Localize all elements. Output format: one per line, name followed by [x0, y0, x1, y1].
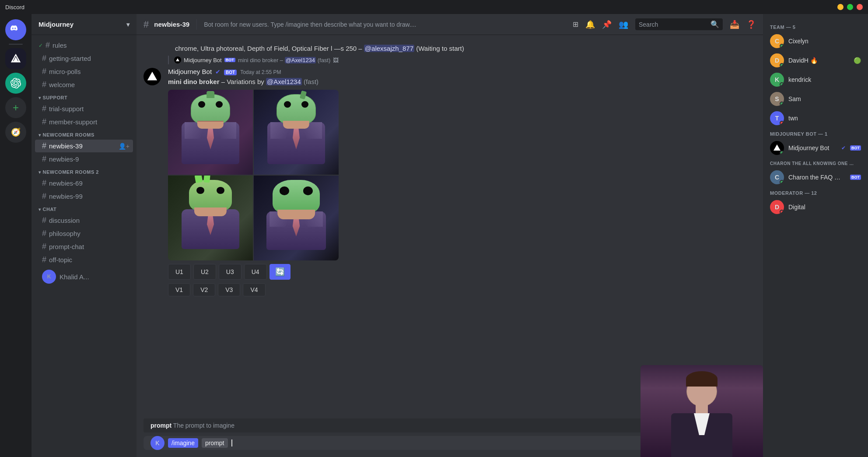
- header-icons: ⊞ 🔔 📌 👥 Search 🔍 📥 ❓: [573, 18, 756, 30]
- members-sidebar: TEAM — 5 C Cixelyn D DavidH 🔥 🟢 K kendri…: [763, 14, 868, 457]
- status-indicator: [780, 102, 784, 106]
- message-timestamp: Today at 2:55 PM: [240, 69, 281, 75]
- channel-item-member-support[interactable]: # member-support: [35, 116, 133, 128]
- channel-name: trial-support: [49, 105, 130, 112]
- member-sam[interactable]: S Sam: [766, 89, 864, 109]
- speed-badge: (fast): [304, 78, 318, 85]
- channel-name: Khalid A...: [60, 273, 130, 281]
- category-newcomer-rooms[interactable]: ▾ NEWCOMER ROOMS: [32, 129, 136, 139]
- status-indicator: [780, 151, 784, 155]
- maximize-button[interactable]: [847, 4, 853, 10]
- channel-item-khalid[interactable]: K Khalid A...: [35, 268, 133, 285]
- titlebar-title: Discord: [5, 4, 24, 11]
- server-header[interactable]: Midjourney ▾: [32, 14, 136, 35]
- add-server-button[interactable]: +: [5, 97, 26, 118]
- channel-item-rules[interactable]: ✓ # rules: [35, 39, 133, 52]
- channel-item-prompt-chat[interactable]: # prompt-chat: [35, 240, 133, 253]
- collapse-icon: ▾: [38, 95, 41, 100]
- server-midjourney[interactable]: [5, 48, 26, 69]
- channel-item-off-topic[interactable]: # off-topic: [35, 253, 133, 266]
- image-grid: [168, 90, 339, 260]
- u2-button[interactable]: U2: [193, 264, 216, 280]
- channel-item-micro-polls[interactable]: # micro-polls: [35, 65, 133, 78]
- member-avatar-mj-bot: [770, 141, 784, 155]
- u4-button[interactable]: U4: [244, 264, 267, 280]
- verified-badge: ✔: [841, 145, 846, 151]
- channel-name: member-support: [49, 118, 130, 126]
- u3-button[interactable]: U3: [219, 264, 242, 280]
- member-digital[interactable]: D Digital: [766, 197, 864, 217]
- action-buttons: U1 U2 U3 U4 🔄: [168, 264, 756, 280]
- category-newcomer-rooms-2[interactable]: ▾ NEWCOMER ROOMS 2: [32, 166, 136, 176]
- titlebar-controls: [837, 4, 863, 10]
- members-icon[interactable]: 👥: [619, 20, 628, 29]
- hash-icon: #: [42, 155, 46, 164]
- channel-item-trial-support[interactable]: # trial-support: [35, 102, 133, 115]
- channel-item-newbies-9[interactable]: # newbies-9: [35, 153, 133, 165]
- prompt-hint-description: The prompt to imagine: [173, 422, 234, 429]
- member-charon[interactable]: C Charon the FAQ … BOT: [766, 168, 864, 187]
- collapse-icon: ▾: [38, 207, 41, 212]
- mention: @Axel1234: [266, 78, 302, 85]
- message-spacer: [144, 44, 168, 53]
- status-indicator: [780, 180, 784, 184]
- prompt-input-highlight[interactable]: prompt: [202, 438, 228, 448]
- channel-name: newbies-99: [49, 193, 130, 200]
- notification-icon[interactable]: 🔔: [585, 20, 595, 29]
- verified-icon: ✔: [215, 68, 220, 75]
- server-openai[interactable]: [5, 73, 26, 94]
- messages-area: chrome, Ultra photoreal, Depth of Field,…: [136, 35, 763, 415]
- member-kendrick[interactable]: K kendrick: [766, 70, 864, 89]
- help-icon[interactable]: ❓: [746, 20, 756, 29]
- member-twn[interactable]: T twn: [766, 109, 864, 128]
- hash-icon: #: [42, 104, 46, 113]
- search-icon: 🔍: [710, 20, 719, 28]
- member-name-kendrick: kendrick: [788, 76, 861, 83]
- category-support[interactable]: ▾ SUPPORT: [32, 91, 136, 102]
- channel-item-discussion[interactable]: # discussion: [35, 214, 133, 227]
- channel-hash-icon: #: [144, 19, 149, 30]
- slash-command[interactable]: /imagine: [168, 438, 198, 448]
- hash-icon: #: [42, 80, 46, 89]
- search-bar[interactable]: Search 🔍: [635, 18, 723, 30]
- channel-item-getting-started[interactable]: # getting-started: [35, 52, 133, 65]
- ref-line: [168, 56, 169, 64]
- channel-item-welcome[interactable]: # welcome: [35, 78, 133, 91]
- member-name-mj-bot: Midjourney Bot: [788, 144, 837, 151]
- channel-item-newbies-39[interactable]: # newbies-39 👤+: [35, 140, 133, 152]
- category-chat[interactable]: ▾ CHAT: [32, 203, 136, 214]
- u1-button[interactable]: U1: [168, 264, 191, 280]
- channel-item-philosophy[interactable]: # philosophy: [35, 227, 133, 240]
- category-label: NEWCOMER ROOMS: [43, 132, 94, 137]
- pin-icon[interactable]: 📌: [602, 20, 612, 29]
- explore-button[interactable]: 🧭: [5, 122, 26, 143]
- refresh-button[interactable]: 🔄: [270, 264, 290, 280]
- channel-item-newbies-99[interactable]: # newbies-99: [35, 190, 133, 203]
- inbox-icon[interactable]: 📥: [730, 20, 739, 29]
- channel-item-newbies-69[interactable]: # newbies-69: [35, 177, 133, 190]
- member-davidh[interactable]: D DavidH 🔥 🟢: [766, 51, 864, 70]
- v2-button[interactable]: V2: [193, 283, 215, 296]
- v1-button[interactable]: V1: [168, 283, 190, 296]
- message-content: Midjourney Bot ✔ BOT Today at 2:55 PM mi…: [168, 68, 756, 296]
- message-author[interactable]: Midjourney Bot: [168, 68, 212, 75]
- thread-icon[interactable]: ⊞: [573, 20, 578, 28]
- message-reference-line: Midjourney Bot BOT mini dino broker – @A…: [144, 56, 756, 64]
- message-ref-area: Midjourney Bot BOT mini dino broker – @A…: [136, 55, 763, 66]
- header-divider: [196, 19, 197, 30]
- member-avatar-twn: T: [770, 111, 784, 125]
- discord-home-button[interactable]: [5, 19, 26, 40]
- v3-button[interactable]: V3: [218, 283, 240, 296]
- team-section-title: TEAM — 5: [766, 21, 864, 32]
- member-name-digital: Digital: [788, 204, 861, 211]
- close-button[interactable]: [857, 4, 863, 10]
- channel-name: off-topic: [49, 256, 130, 264]
- member-midjourney-bot[interactable]: Midjourney Bot ✔ BOT: [766, 138, 864, 158]
- v4-button[interactable]: V4: [243, 283, 265, 296]
- video-person: [640, 365, 763, 457]
- dino-image-3: [168, 176, 253, 260]
- member-cixelyn[interactable]: C Cixelyn: [766, 32, 864, 51]
- message-group-bot: Midjourney Bot ✔ BOT Today at 2:55 PM mi…: [136, 66, 763, 298]
- minimize-button[interactable]: [837, 4, 844, 10]
- ref-text: mini dino broker – @Axel1234 (fast): [238, 57, 331, 63]
